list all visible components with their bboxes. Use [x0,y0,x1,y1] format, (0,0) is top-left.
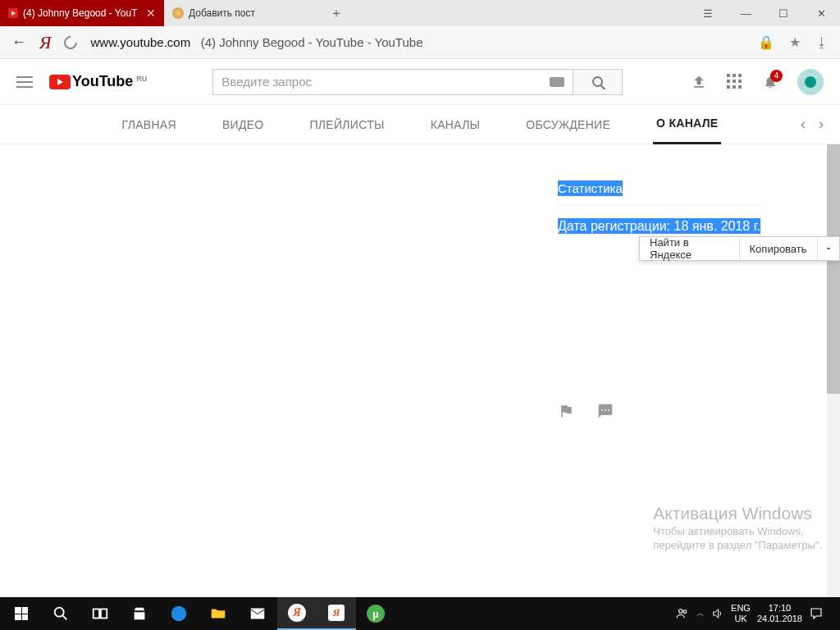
taskbar-search[interactable] [41,597,80,630]
svg-rect-2 [94,609,99,619]
lock-icon: 🔒 [758,34,774,50]
flag-icon[interactable] [558,403,574,419]
tab-videos[interactable]: ВИДЕО [219,106,267,144]
join-date[interactable]: Дата регистрации: 18 янв. 2018 г. [558,219,763,234]
taskbar: Я Я µ ︿ ENGUK 17:1024.01.2018 [0,597,840,630]
close-icon[interactable]: ✕ [146,7,156,20]
youtube-header: YouTube RU 4 [0,59,840,105]
show-desktop[interactable] [830,597,835,630]
keyboard-icon[interactable] [550,77,564,87]
language-indicator[interactable]: ENGUK [731,603,751,624]
yandex-logo[interactable]: Я [39,32,51,53]
bookmark-icon[interactable]: ★ [789,34,801,50]
context-more[interactable] [818,237,839,260]
taskbar-yandex[interactable]: Я [277,597,317,630]
action-icons [558,403,614,419]
tab-home[interactable]: ГЛАВНАЯ [119,106,180,144]
browser-tab[interactable]: Добавить пост [164,0,320,26]
scrollbar[interactable] [827,144,840,597]
taskbar-store[interactable] [120,597,159,630]
tab-channels[interactable]: КАНАЛЫ [427,106,484,144]
channel-tabs: ГЛАВНАЯ ВИДЕО ПЛЕЙЛИСТЫ КАНАЛЫ ОБСУЖДЕНИ… [0,105,840,144]
browser-menu-icon[interactable]: ☰ [689,0,727,26]
taskbar-torrent[interactable]: µ [356,597,395,630]
stats-heading[interactable]: Статистика [558,181,763,206]
volume-icon[interactable] [711,607,724,620]
youtube-logo[interactable]: YouTube RU [49,73,147,90]
avatar[interactable] [797,69,824,95]
stats-panel: Статистика Дата регистрации: 18 янв. 201… [558,181,763,234]
notification-badge: 4 [770,70,783,82]
activation-watermark: Активация Windows Чтобы активировать Win… [653,504,822,551]
search-button[interactable] [573,69,623,95]
search-input-wrapper [212,69,573,95]
svg-rect-3 [101,609,107,619]
tab-playlists[interactable]: ПЛЕЙЛИСТЫ [306,106,387,144]
tab-about[interactable]: О КАНАЛЕ [653,104,721,144]
start-button[interactable] [2,597,41,630]
address-bar: ← Я www.youtube.com (4) Johnny Begood - … [0,26,840,59]
clock[interactable]: 17:1024.01.2018 [757,603,802,624]
youtube-favicon: ▶ [8,8,18,18]
context-menu: Найти в Яндексе Копировать [639,236,840,261]
tab-title: (4) Johnny Begood - YouT [23,7,137,19]
region-badge: RU [136,75,147,83]
search-icon [592,76,603,87]
notifications-icon[interactable]: 4 [763,75,778,89]
tab-title: Добавить пост [189,7,255,19]
browser-tab-active[interactable]: ▶ (4) Johnny Begood - YouT ✕ [0,0,164,26]
upload-icon[interactable] [691,74,707,90]
people-icon[interactable] [675,606,690,621]
task-view[interactable] [80,597,120,630]
svg-line-1 [63,616,67,620]
svg-point-0 [55,608,64,617]
play-icon [49,75,71,89]
download-icon[interactable]: ⭳ [815,35,829,50]
url-display[interactable]: www.youtube.com (4) Johnny Begood - YouT… [90,35,422,49]
window-controls: ☰ — ☐ ✕ [689,0,840,26]
page-content: Статистика Дата регистрации: 18 янв. 201… [0,144,840,597]
tab-prev-icon[interactable]: ‹ [801,116,806,133]
tab-discussion[interactable]: ОБСУЖДЕНИЕ [523,106,614,144]
svg-point-6 [683,610,687,614]
favicon [172,7,184,19]
tray-chevron[interactable]: ︿ [696,608,705,619]
message-icon[interactable] [597,403,614,419]
taskbar-edge[interactable] [159,597,199,630]
back-button[interactable]: ← [11,34,26,51]
minimize-button[interactable]: — [727,0,765,26]
svg-point-4 [171,606,186,621]
taskbar-explorer[interactable] [199,597,238,630]
menu-icon[interactable] [16,76,33,88]
svg-point-5 [679,609,683,614]
close-window-button[interactable]: ✕ [802,0,840,26]
reload-icon[interactable] [62,33,80,52]
action-center-icon[interactable] [809,606,824,621]
context-copy[interactable]: Копировать [740,237,818,260]
tab-next-icon[interactable]: › [819,116,824,133]
maximize-button[interactable]: ☐ [765,0,802,26]
scrollbar-thumb[interactable] [827,144,840,394]
apps-icon[interactable] [727,74,743,90]
search-input[interactable] [221,75,533,89]
taskbar-yandex-alt[interactable]: Я [317,597,356,630]
search-form [212,69,623,95]
browser-tab-strip: ▶ (4) Johnny Begood - YouT ✕ Добавить по… [0,0,840,26]
context-search-yandex[interactable]: Найти в Яндексе [640,237,740,260]
new-tab-button[interactable]: ＋ [320,0,353,26]
taskbar-mail[interactable] [238,597,277,630]
